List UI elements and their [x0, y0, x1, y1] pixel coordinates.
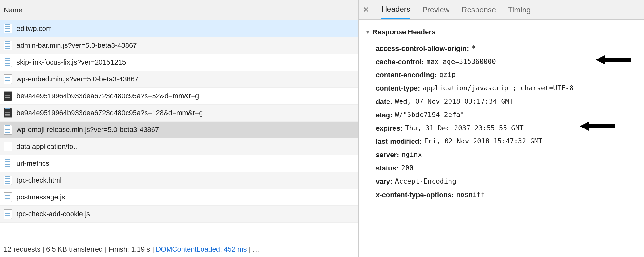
table-row[interactable]: skip-link-focus-fix.js?ver=20151215: [0, 54, 358, 71]
document-file-icon: [4, 209, 12, 219]
table-row[interactable]: postmessage.js: [0, 189, 358, 206]
row-label: postmessage.js: [17, 193, 65, 201]
annotation-arrow-icon: [580, 122, 615, 131]
document-file-icon: [4, 125, 12, 135]
header-value: W/"5bdc7194-2efa": [395, 109, 464, 122]
header-key: cache-control:: [376, 55, 424, 69]
header-row: cache-control:max-age=315360000: [366, 55, 637, 69]
header-key: access-control-allow-origin:: [376, 42, 469, 55]
status-sep: |: [42, 245, 46, 253]
header-key: x-content-type-options:: [376, 188, 454, 202]
table-row[interactable]: admin-bar.min.js?ver=5.0-beta3-43867: [0, 37, 358, 54]
header-value: Thu, 31 Dec 2037 23:55:55 GMT: [405, 122, 523, 135]
header-row: etag:W/"5bdc7194-2efa": [366, 108, 637, 122]
header-row: content-type:application/javascript; cha…: [366, 82, 637, 95]
devtools-network-panel: Name editwp.comadmin-bar.min.js?ver=5.0-…: [0, 0, 644, 257]
header-key: date:: [376, 95, 393, 108]
header-value: 200: [401, 162, 414, 175]
headers-view: Response Headers access-control-allow-or…: [359, 20, 644, 257]
tab-preview[interactable]: Preview: [422, 5, 449, 19]
row-label: admin-bar.min.js?ver=5.0-beta3-43867: [17, 41, 137, 50]
table-row[interactable]: tpc-check.html: [0, 172, 358, 189]
document-file-icon: [4, 176, 12, 185]
header-row: access-control-allow-origin:*: [366, 42, 637, 55]
table-row[interactable]: data:application/fo…: [0, 138, 358, 155]
tab-headers[interactable]: Headers: [381, 5, 410, 19]
document-file-icon: [4, 159, 12, 168]
tab-timing[interactable]: Timing: [508, 5, 531, 19]
disclosure-triangle-icon: [366, 31, 370, 34]
blank-file-icon: [4, 142, 12, 151]
header-row: vary:Accept-Encoding: [366, 175, 637, 188]
image-file-icon: [4, 91, 12, 101]
header-value: Wed, 07 Nov 2018 03:17:34 GMT: [395, 95, 513, 108]
section-title: Response Headers: [373, 25, 435, 39]
image-file-icon: [4, 108, 12, 118]
table-row[interactable]: be9a4e9519964b933dea6723d480c95a?s=52&d=…: [0, 88, 358, 105]
header-key: status:: [376, 162, 399, 175]
row-label: skip-link-focus-fix.js?ver=20151215: [17, 58, 126, 66]
header-key: expires:: [376, 122, 402, 135]
header-row: status:200: [366, 162, 637, 175]
header-row: expires:Thu, 31 Dec 2037 23:55:55 GMT: [366, 122, 637, 135]
document-file-icon: [4, 41, 12, 50]
row-label: tpc-check-add-cookie.js: [17, 210, 90, 218]
details-panel: ✕ Headers Preview Response Timing Respon…: [359, 0, 644, 257]
header-row: content-encoding:gzip: [366, 68, 637, 82]
status-requests: 12 requests: [4, 245, 40, 253]
document-file-icon: [4, 192, 12, 202]
header-value: gzip: [439, 69, 456, 81]
status-trail: | …: [249, 245, 260, 253]
table-row[interactable]: be9a4e9519964b933dea6723d480c95a?s=128&d…: [0, 105, 358, 122]
header-value: application/javascript; charset=UTF-8: [422, 82, 573, 95]
header-row: x-content-type-options:nosniff: [366, 188, 637, 202]
header-row: date:Wed, 07 Nov 2018 03:17:34 GMT: [366, 95, 637, 108]
header-key: server:: [376, 148, 399, 162]
header-list: access-control-allow-origin:*cache-contr…: [366, 42, 637, 202]
status-transferred: 6.5 KB transferred: [46, 245, 103, 253]
close-icon[interactable]: ✕: [363, 6, 369, 14]
header-row: last-modified:Fri, 02 Nov 2018 15:47:32 …: [366, 135, 637, 148]
annotation-arrow-icon: [596, 55, 631, 64]
row-label: wp-emoji-release.min.js?ver=5.0-beta3-43…: [17, 126, 159, 134]
table-row[interactable]: tpc-check-add-cookie.js: [0, 206, 358, 223]
table-row[interactable]: url-metrics: [0, 155, 358, 172]
header-value: nosniff: [456, 189, 485, 201]
header-value: nginx: [401, 149, 422, 161]
row-label: tpc-check.html: [17, 176, 62, 184]
row-label: wp-embed.min.js?ver=5.0-beta3-43867: [17, 75, 138, 83]
row-label: editwp.com: [17, 24, 52, 33]
status-finish: Finish: 1.19 s: [108, 245, 150, 253]
header-key: content-encoding:: [376, 68, 437, 82]
header-value: Fri, 02 Nov 2018 15:47:32 GMT: [424, 135, 542, 148]
header-value: *: [471, 42, 476, 55]
requests-list: editwp.comadmin-bar.min.js?ver=5.0-beta3…: [0, 20, 358, 241]
row-label: be9a4e9519964b933dea6723d480c95a?s=128&d…: [17, 109, 203, 117]
row-label: data:application/fo…: [17, 142, 80, 151]
document-file-icon: [4, 24, 12, 33]
status-dcl: DOMContentLoaded: 452 ms: [156, 245, 247, 253]
document-file-icon: [4, 58, 12, 67]
column-header-name[interactable]: Name: [0, 0, 358, 20]
table-row[interactable]: wp-embed.min.js?ver=5.0-beta3-43867: [0, 71, 358, 88]
header-key: last-modified:: [376, 135, 421, 148]
header-value: max-age=315360000: [427, 56, 496, 68]
header-key: vary:: [376, 175, 393, 188]
table-row[interactable]: editwp.com: [0, 20, 358, 37]
status-bar: 12 requests | 6.5 KB transferred | Finis…: [0, 241, 358, 257]
tab-response[interactable]: Response: [462, 5, 496, 19]
table-row[interactable]: wp-emoji-release.min.js?ver=5.0-beta3-43…: [0, 122, 358, 138]
document-file-icon: [4, 74, 12, 84]
header-key: etag:: [376, 108, 393, 122]
requests-panel: Name editwp.comadmin-bar.min.js?ver=5.0-…: [0, 0, 359, 257]
row-label: be9a4e9519964b933dea6723d480c95a?s=52&d=…: [17, 92, 199, 100]
status-sep: |: [105, 245, 109, 253]
response-headers-section[interactable]: Response Headers: [366, 25, 637, 39]
row-label: url-metrics: [17, 159, 49, 168]
header-key: content-type:: [376, 82, 420, 95]
status-sep: |: [152, 245, 156, 253]
header-value: Accept-Encoding: [395, 175, 456, 188]
details-tabs: ✕ Headers Preview Response Timing: [359, 0, 644, 20]
header-row: server:nginx: [366, 148, 637, 162]
